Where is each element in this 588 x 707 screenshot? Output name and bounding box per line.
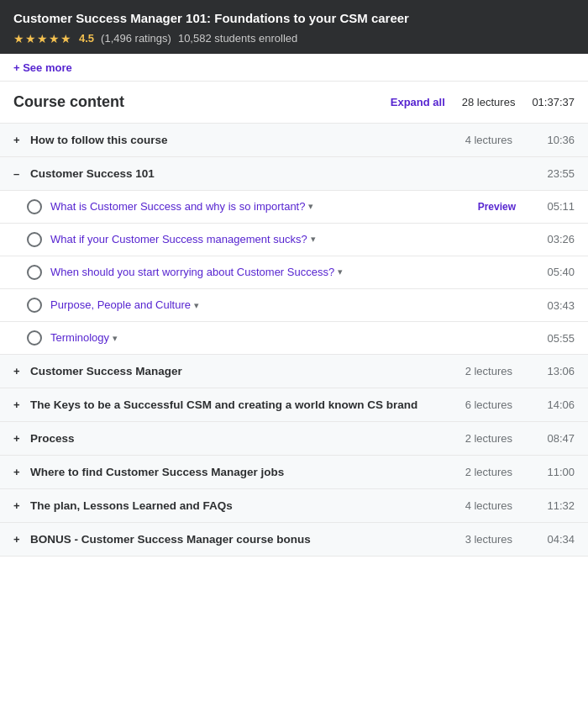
section-duration: 10:36 (533, 134, 575, 146)
section-duration: 11:32 (533, 499, 575, 512)
section-row[interactable]: –Customer Success 101 23:55 (0, 157, 588, 191)
section-row[interactable]: +The Keys to be a Successful CSM and cre… (0, 388, 588, 422)
lecture-info: What is Customer Success and why is so i… (50, 199, 478, 214)
sections-container: +How to follow this course4 lectures10:3… (0, 124, 588, 557)
section-duration: 14:06 (533, 398, 575, 411)
see-more-bar: + See more (0, 54, 588, 82)
expand-all-button[interactable]: Expand all (391, 96, 445, 108)
lecture-play-icon (27, 199, 42, 214)
lecture-name[interactable]: When should you start worrying about Cus… (50, 265, 334, 280)
section-toggle-icon: + (13, 365, 24, 377)
section-toggle-icon: + (13, 533, 24, 546)
lecture-info: When should you start worrying about Cus… (50, 265, 533, 280)
lecture-duration: 05:40 (533, 266, 575, 278)
section-row[interactable]: +The plan, Lessons Learned and FAQs4 lec… (0, 489, 588, 523)
section-duration: 23:55 (533, 167, 575, 180)
total-duration: 01:37:37 (532, 96, 575, 108)
course-content-title: Course content (13, 93, 391, 111)
lecture-name[interactable]: What is Customer Success and why is so i… (50, 199, 305, 214)
see-more-link[interactable]: + See more (13, 61, 72, 74)
lecture-row: When should you start worrying about Cus… (0, 256, 588, 289)
lecture-duration: 03:43 (533, 299, 575, 312)
lecture-name[interactable]: Purpose, People and Culture (50, 298, 191, 313)
total-lectures: 28 lectures (462, 96, 516, 108)
lecture-dropdown-icon[interactable]: ▾ (113, 333, 118, 344)
rating-count: (1,496 ratings) (101, 32, 171, 45)
lecture-info: What if your Customer Success management… (50, 232, 533, 247)
section-row[interactable]: +Customer Success Manager2 lectures13:06 (0, 355, 588, 388)
section-lectures-count: 4 lectures (445, 499, 512, 512)
star-icons: ★★★★★ (13, 32, 72, 45)
section-toggle-icon: + (13, 398, 24, 411)
section-toggle-icon: + (13, 466, 24, 478)
section-duration: 11:00 (533, 466, 575, 478)
section-lectures-count: 2 lectures (445, 365, 512, 377)
lecture-duration: 03:26 (533, 233, 575, 245)
lecture-dropdown-icon[interactable]: ▾ (194, 300, 199, 311)
course-content-header: Course content Expand all 28 lectures 01… (0, 82, 588, 124)
section-row[interactable]: +Process2 lectures08:47 (0, 422, 588, 456)
lecture-info: Purpose, People and Culture ▾ (50, 298, 533, 313)
section-lectures-count: 2 lectures (445, 466, 512, 478)
section-lectures-count: 6 lectures (445, 398, 512, 411)
enrolled-count: 10,582 students enrolled (178, 32, 297, 45)
section-row[interactable]: +Where to find Customer Success Manager … (0, 456, 588, 489)
section-toggle-icon: + (13, 432, 24, 445)
section-row[interactable]: +How to follow this course4 lectures10:3… (0, 124, 588, 157)
section-toggle-icon: + (13, 499, 24, 512)
lecture-dropdown-icon[interactable]: ▾ (338, 266, 343, 277)
rating-number: 4.5 (79, 32, 94, 45)
section-toggle-icon: – (13, 167, 24, 180)
section-name: Process (30, 432, 445, 445)
lecture-row: Terminology ▾05:55 (0, 322, 588, 355)
course-header: Customer Success Manager 101: Foundation… (0, 0, 588, 54)
rating-row: ★★★★★ 4.5 (1,496 ratings) 10,582 student… (13, 32, 575, 45)
section-duration: 13:06 (533, 365, 575, 377)
section-name: BONUS - Customer Success Manager course … (30, 533, 445, 546)
lecture-play-icon (27, 265, 42, 280)
lecture-row: What is Customer Success and why is so i… (0, 191, 588, 224)
lecture-name[interactable]: What if your Customer Success management… (50, 232, 307, 247)
section-row[interactable]: +BONUS - Customer Success Manager course… (0, 523, 588, 557)
lecture-duration: 05:11 (533, 200, 575, 213)
course-title: Customer Success Manager 101: Foundation… (13, 10, 575, 27)
section-name: Customer Success 101 (30, 167, 445, 180)
lecture-dropdown-icon[interactable]: ▾ (311, 234, 316, 245)
section-lectures-count: 4 lectures (445, 134, 512, 146)
section-name: The plan, Lessons Learned and FAQs (30, 499, 445, 512)
lecture-play-icon (27, 330, 42, 346)
section-duration: 04:34 (533, 533, 575, 546)
lecture-play-icon (27, 298, 42, 313)
lecture-name[interactable]: Terminology (50, 330, 109, 346)
section-lectures-count: 3 lectures (445, 533, 512, 546)
lecture-duration: 05:55 (533, 332, 575, 345)
lecture-dropdown-icon[interactable]: ▾ (308, 201, 313, 212)
section-name: The Keys to be a Successful CSM and crea… (30, 398, 445, 411)
preview-badge[interactable]: Preview (478, 201, 533, 213)
lecture-row: What if your Customer Success management… (0, 224, 588, 256)
lecture-info: Terminology ▾ (50, 330, 533, 346)
lecture-play-icon (27, 232, 42, 247)
section-toggle-icon: + (13, 134, 24, 146)
section-lectures-count: 2 lectures (445, 432, 512, 445)
section-name: Customer Success Manager (30, 365, 445, 377)
section-name: How to follow this course (30, 134, 445, 146)
content-meta: Expand all 28 lectures 01:37:37 (391, 96, 575, 108)
lecture-row: Purpose, People and Culture ▾03:43 (0, 289, 588, 322)
section-duration: 08:47 (533, 432, 575, 445)
section-name: Where to find Customer Success Manager j… (30, 466, 445, 478)
